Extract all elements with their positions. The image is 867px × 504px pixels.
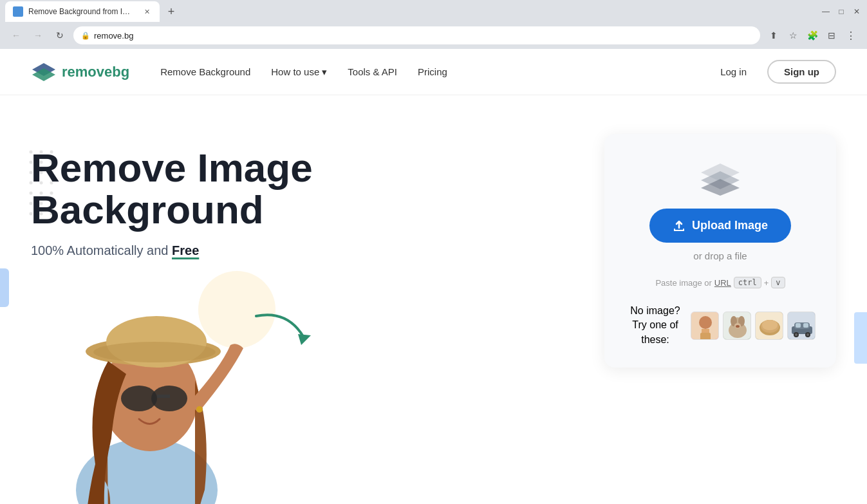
nav-links: Remove Background How to use ▾ Tools & A… xyxy=(160,66,710,78)
hero-right: Upload Image or drop a file Paste image … xyxy=(604,134,836,368)
tab-favicon xyxy=(13,6,23,17)
sample-thumb-dog[interactable] xyxy=(723,312,751,340)
extensions-button[interactable]: 🧩 xyxy=(804,27,821,44)
logo-icon xyxy=(31,62,57,82)
hero-left: Remove Image Background 100% Automatical… xyxy=(31,134,604,504)
address-bar[interactable]: 🔒 remove.bg xyxy=(73,26,760,44)
sample-images: No image? Try one of these: xyxy=(625,304,816,347)
bookmark-button[interactable]: ☆ xyxy=(785,27,801,44)
window-controls: — □ ✕ xyxy=(821,6,862,17)
website-content: removebg Remove Background How to use ▾ … xyxy=(0,49,867,504)
svg-point-59 xyxy=(795,333,797,336)
upload-layers-icon xyxy=(697,160,743,196)
upload-or-drop-text: or drop a file xyxy=(625,250,816,261)
back-button[interactable]: ← xyxy=(8,27,24,44)
svg-marker-23 xyxy=(298,334,311,345)
svg-rect-56 xyxy=(803,323,808,328)
new-tab-button[interactable]: + xyxy=(162,3,180,21)
nav-link-tools-api[interactable]: Tools & API xyxy=(348,66,397,77)
svg-point-33 xyxy=(196,406,203,413)
sample-thumb-car[interactable] xyxy=(787,312,816,340)
tab-title: Remove Background from Image xyxy=(28,7,136,16)
upload-image-button[interactable]: Upload Image xyxy=(649,209,791,243)
reload-button[interactable]: ↻ xyxy=(51,27,68,44)
sample-images-label: No image? Try one of these: xyxy=(625,304,685,347)
browser-actions: ⬆ ☆ 🧩 ⊟ ⋮ xyxy=(765,27,859,44)
share-button[interactable]: ⬆ xyxy=(765,27,782,44)
svg-point-47 xyxy=(736,325,740,328)
chevron-down-icon: ▾ xyxy=(322,66,327,78)
kbd-ctrl: ctrl xyxy=(734,277,761,288)
free-text: Free xyxy=(172,243,199,257)
browser-addressbar: ← → ↻ 🔒 remove.bg ⬆ ☆ 🧩 ⊟ ⋮ xyxy=(0,23,867,49)
login-button[interactable]: Log in xyxy=(710,61,757,82)
svg-rect-32 xyxy=(157,395,170,398)
split-view-button[interactable]: ⊟ xyxy=(823,27,840,44)
forward-button[interactable]: → xyxy=(30,27,46,44)
nav-link-pricing[interactable]: Pricing xyxy=(418,66,447,77)
svg-point-51 xyxy=(762,320,778,330)
paste-hint: Paste image or URL ctrl + v xyxy=(625,277,816,288)
tab-close-button[interactable]: ✕ xyxy=(142,6,152,17)
deco-green-arrow xyxy=(250,303,314,355)
browser-tab[interactable]: Remove Background from Image ✕ xyxy=(5,1,160,22)
svg-point-60 xyxy=(806,333,809,336)
kbd-v: v xyxy=(771,277,785,288)
sample-thumbs xyxy=(691,312,816,340)
hero-person-area xyxy=(31,284,314,504)
sample-thumb-bread[interactable] xyxy=(755,312,783,340)
minimize-button[interactable]: — xyxy=(821,6,831,17)
right-blue-accent xyxy=(854,312,867,364)
address-text: remove.bg xyxy=(94,31,752,41)
svg-point-31 xyxy=(151,386,187,411)
paste-url-link[interactable]: URL xyxy=(714,278,731,288)
svg-rect-40 xyxy=(700,333,711,340)
sample-thumb-woman[interactable] xyxy=(691,312,719,340)
browser-window: Remove Background from Image ✕ + — □ ✕ ←… xyxy=(0,0,867,504)
nav-auth: Log in Sign up xyxy=(710,60,836,84)
left-blue-accent xyxy=(0,268,9,307)
browser-menu-button[interactable]: ⋮ xyxy=(843,27,859,44)
svg-point-38 xyxy=(699,316,712,329)
signup-button[interactable]: Sign up xyxy=(767,60,836,84)
kbd-plus: + xyxy=(764,278,769,288)
logo[interactable]: removebg xyxy=(31,62,129,82)
svg-point-29 xyxy=(93,342,216,362)
maximize-button[interactable]: □ xyxy=(836,6,846,17)
hero-subtitle: 100% Automatically and Free xyxy=(31,243,604,258)
hero-section: Remove Image Background 100% Automatical… xyxy=(0,95,867,504)
main-nav: removebg Remove Background How to use ▾ … xyxy=(0,49,867,95)
browser-titlebar: Remove Background from Image ✕ + — □ ✕ xyxy=(0,0,867,23)
close-button[interactable]: ✕ xyxy=(852,6,862,17)
lock-icon: 🔒 xyxy=(81,32,90,40)
upload-card: Upload Image or drop a file Paste image … xyxy=(604,134,836,368)
hero-title: Remove Image Background xyxy=(31,147,604,230)
nav-link-how-to-use[interactable]: How to use ▾ xyxy=(271,66,327,78)
nav-link-remove-background[interactable]: Remove Background xyxy=(160,66,250,77)
svg-rect-55 xyxy=(796,323,801,328)
logo-text: removebg xyxy=(62,64,129,80)
upload-icon xyxy=(673,219,685,232)
